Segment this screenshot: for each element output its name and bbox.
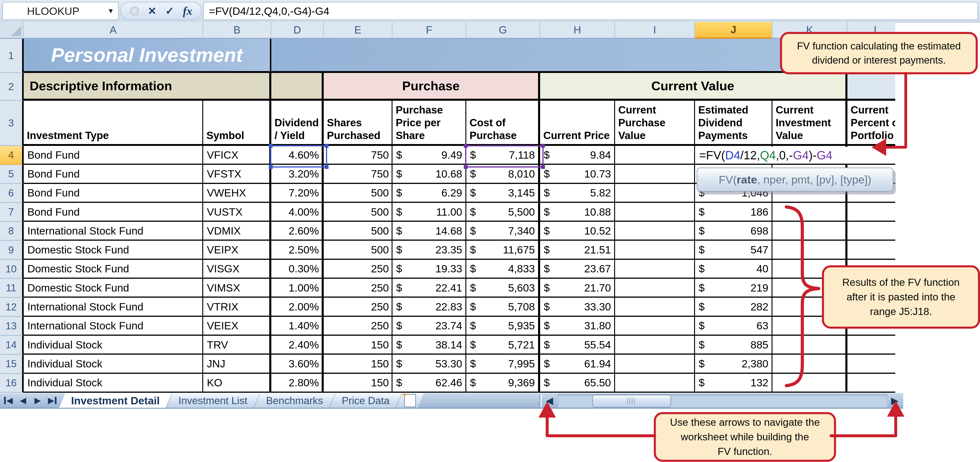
row-header-16[interactable]: 16 xyxy=(0,374,24,393)
section-current-value[interactable]: Current Value xyxy=(540,73,848,101)
row-header-13[interactable]: 13 xyxy=(0,317,24,336)
cell-D9[interactable]: 2.50% xyxy=(271,241,324,260)
cell-I8[interactable] xyxy=(615,222,695,241)
last-sheet-icon[interactable]: ▶ xyxy=(46,394,59,406)
name-box[interactable]: HLOOKUP ▼ xyxy=(2,2,119,20)
cell-A13[interactable]: International Stock Fund xyxy=(24,317,203,336)
cell-G7[interactable]: $5,500 xyxy=(466,203,540,222)
cell-J10[interactable]: $40 xyxy=(695,260,773,279)
section-purchase[interactable]: Purchase xyxy=(324,73,540,101)
cell-H11[interactable]: $21.70 xyxy=(540,279,615,298)
cell-E14[interactable]: 150 xyxy=(324,336,393,355)
cell-B7[interactable]: VUSTX xyxy=(203,203,271,222)
cell-B9[interactable]: VEIPX xyxy=(203,241,271,260)
tab-investment-list[interactable]: Investment List xyxy=(167,393,259,408)
cell-L14[interactable] xyxy=(848,336,895,355)
name-box-dropdown-icon[interactable]: ▼ xyxy=(103,7,118,15)
cell-H15[interactable]: $61.94 xyxy=(540,355,615,374)
cell-H7[interactable]: $10.88 xyxy=(540,203,615,222)
cell-J4-formula-edit[interactable]: =FV( D4 /12, Q4 ,0,- G4 )- G4 xyxy=(696,147,898,164)
cell-E10[interactable]: 250 xyxy=(324,260,393,279)
select-all-corner[interactable] xyxy=(0,22,24,39)
cell-L8[interactable] xyxy=(848,222,895,241)
cell-K15[interactable] xyxy=(773,355,848,374)
cell-G12[interactable]: $5,708 xyxy=(466,298,540,317)
column-header-A[interactable]: A xyxy=(24,22,203,39)
cell-I4[interactable] xyxy=(615,146,695,165)
cell-A7[interactable]: Bond Fund xyxy=(24,203,203,222)
cell-F16[interactable]: $62.46 xyxy=(393,374,466,393)
formula-input[interactable]: =FV(D4/12,Q4,0,-G4)-G4 xyxy=(203,2,978,20)
cell-L15[interactable] xyxy=(848,355,895,374)
cell-I11[interactable] xyxy=(615,279,695,298)
cell-H8[interactable]: $10.52 xyxy=(540,222,615,241)
cell-B3[interactable]: Symbol xyxy=(203,101,271,146)
cell-B12[interactable]: VTRIX xyxy=(203,298,271,317)
row-header-9[interactable]: 9 xyxy=(0,241,24,260)
row-header-1[interactable]: 1 xyxy=(0,39,24,73)
cell-I13[interactable] xyxy=(615,317,695,336)
cell-A10[interactable]: Domestic Stock Fund xyxy=(24,260,203,279)
cell-D8[interactable]: 2.60% xyxy=(271,222,324,241)
cell-G6[interactable]: $3,145 xyxy=(466,184,540,203)
cell-L7[interactable] xyxy=(848,203,895,222)
next-sheet-icon[interactable]: ▶ xyxy=(31,394,44,406)
row-header-3[interactable]: 3 xyxy=(0,101,24,146)
cell-E13[interactable]: 250 xyxy=(324,317,393,336)
cell-K8[interactable] xyxy=(773,222,848,241)
cell-G10[interactable]: $4,833 xyxy=(466,260,540,279)
cell-H6[interactable]: $5.82 xyxy=(540,184,615,203)
cell-A14[interactable]: Individual Stock xyxy=(24,336,203,355)
cell-B5[interactable]: VFSTX xyxy=(203,165,271,184)
cell-L2[interactable] xyxy=(848,73,895,101)
cell-I12[interactable] xyxy=(615,298,695,317)
cell-E11[interactable]: 250 xyxy=(324,279,393,298)
cell-I14[interactable] xyxy=(615,336,695,355)
cell-B16[interactable]: KO xyxy=(203,374,271,393)
cell-D10[interactable]: 0.30% xyxy=(271,260,324,279)
cell-I10[interactable] xyxy=(615,260,695,279)
cell-L16[interactable] xyxy=(848,374,895,393)
cell-I16[interactable] xyxy=(615,374,695,393)
cancel-icon[interactable]: ✕ xyxy=(148,5,156,17)
cell-D12[interactable]: 2.00% xyxy=(271,298,324,317)
cell-H12[interactable]: $33.30 xyxy=(540,298,615,317)
cell-H5[interactable]: $10.73 xyxy=(540,165,615,184)
cell-B13[interactable]: VEIEX xyxy=(203,317,271,336)
cell-K3[interactable]: Current Investment Value xyxy=(773,101,848,146)
cell-H3[interactable]: Current Price xyxy=(540,101,615,146)
cell-I15[interactable] xyxy=(615,355,695,374)
cell-F10[interactable]: $19.33 xyxy=(393,260,466,279)
cell-G3[interactable]: Cost of Purchase xyxy=(466,101,540,146)
cell-K16[interactable] xyxy=(773,374,848,393)
column-header-I[interactable]: I xyxy=(615,22,695,39)
cell-D15[interactable]: 3.60% xyxy=(271,355,324,374)
cell-I7[interactable] xyxy=(615,203,695,222)
cell-B15[interactable]: JNJ xyxy=(203,355,271,374)
cell-E4[interactable]: 750 xyxy=(324,146,393,165)
cell-B11[interactable]: VIMSX xyxy=(203,279,271,298)
row-header-10[interactable]: 10 xyxy=(0,260,24,279)
cell-D13[interactable]: 1.40% xyxy=(271,317,324,336)
enter-icon[interactable]: ✓ xyxy=(165,5,174,17)
column-header-G[interactable]: G xyxy=(466,22,540,39)
cell-F11[interactable]: $22.41 xyxy=(393,279,466,298)
cell-B4[interactable]: VFICX xyxy=(203,146,271,165)
cell-J15[interactable]: $2,380 xyxy=(695,355,773,374)
row-header-5[interactable]: 5 xyxy=(0,165,24,184)
scrollbar-thumb[interactable] xyxy=(592,395,671,408)
cell-E6[interactable]: 500 xyxy=(324,184,393,203)
cell-J9[interactable]: $547 xyxy=(695,241,773,260)
cell-H10[interactable]: $23.67 xyxy=(540,260,615,279)
cell-D16[interactable]: 2.80% xyxy=(271,374,324,393)
cell-L9[interactable] xyxy=(848,241,895,260)
row-header-7[interactable]: 7 xyxy=(0,203,24,222)
column-header-D[interactable]: D xyxy=(271,22,324,39)
cell-F6[interactable]: $6.29 xyxy=(393,184,466,203)
cell-G4[interactable]: $7,118 xyxy=(466,146,540,165)
row-header-14[interactable]: 14 xyxy=(0,336,24,355)
cell-B10[interactable]: VISGX xyxy=(203,260,271,279)
cell-D14[interactable]: 2.40% xyxy=(271,336,324,355)
cell-E8[interactable]: 500 xyxy=(324,222,393,241)
sheet-title[interactable]: Personal Investment xyxy=(24,39,271,73)
